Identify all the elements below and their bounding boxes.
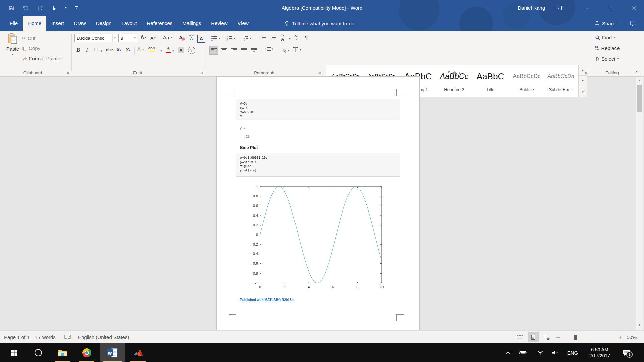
matlab-button[interactable]	[127, 343, 149, 362]
show-hidden-icons-button[interactable]	[503, 343, 513, 362]
tab-design[interactable]: Design	[91, 16, 117, 31]
comments-icon[interactable]	[630, 16, 637, 31]
change-case-icon[interactable]: Aa ▾	[163, 35, 172, 40]
underline-icon[interactable]: U	[94, 47, 98, 53]
distribute-button[interactable]: ↔	[250, 46, 259, 55]
tab-references[interactable]: References	[142, 16, 177, 31]
wifi-icon[interactable]	[534, 343, 546, 362]
read-mode-icon[interactable]	[514, 332, 526, 342]
collapse-ribbon-icon[interactable]	[635, 70, 640, 73]
tell-me-box[interactable]: Tell me what you want to do	[284, 16, 354, 31]
file-explorer-button[interactable]	[52, 343, 73, 362]
find-button[interactable]: Find ▾	[595, 35, 615, 40]
tab-file[interactable]: File	[5, 16, 23, 31]
volume-icon[interactable]	[549, 343, 561, 362]
scrollbar-thumb[interactable]	[637, 85, 642, 112]
align-center-button[interactable]	[219, 46, 228, 55]
account-name[interactable]: Daniel Kang	[518, 0, 545, 16]
shading-icon[interactable]: ▾	[281, 47, 289, 53]
close-button[interactable]	[626, 0, 641, 16]
subscript-icon[interactable]: X2	[117, 47, 121, 52]
start-button[interactable]	[3, 343, 25, 362]
tab-view[interactable]: View	[232, 16, 253, 31]
numbering-icon[interactable]: ▾	[227, 35, 235, 41]
zoom-slider-thumb[interactable]	[574, 335, 577, 340]
vertical-scrollbar[interactable]: ▲ ▼	[636, 77, 643, 335]
language-indicator[interactable]: English (United States)	[78, 331, 129, 343]
clear-formatting-icon[interactable]: A	[179, 35, 185, 40]
tab-review[interactable]: Review	[206, 16, 232, 31]
text-effects-icon[interactable]: A ▾	[137, 47, 144, 53]
enclose-characters-icon[interactable]: 字	[188, 47, 195, 54]
align-right-button[interactable]	[229, 46, 238, 55]
italic-icon[interactable]: I	[86, 47, 88, 53]
font-size-combobox[interactable]: 8 ▾	[118, 34, 137, 42]
action-center-button[interactable]: 1	[619, 343, 634, 362]
sort-icon[interactable]: A↓Z	[294, 34, 299, 41]
increase-indent-icon[interactable]: →	[268, 36, 276, 39]
align-left-button[interactable]	[209, 46, 218, 55]
matlab-footer-link[interactable]: Published with MATLAB® R2016b	[240, 298, 294, 302]
cortana-button[interactable]	[28, 343, 49, 362]
word-count[interactable]: 17 words	[35, 331, 56, 343]
highlight-dropdown-icon[interactable]: ▾	[160, 50, 162, 53]
font-color-icon[interactable]: A	[166, 46, 171, 53]
character-shading-icon[interactable]: A	[178, 47, 184, 53]
clipboard-dialog-launcher-icon[interactable]	[66, 71, 70, 75]
highlight-color-icon[interactable]: ab✎	[148, 46, 156, 52]
zoom-slider-track[interactable]	[564, 337, 617, 337]
underline-dropdown-icon[interactable]: ▾	[101, 50, 102, 53]
battery-icon[interactable]	[517, 343, 530, 362]
strikethrough-icon[interactable]: abe	[106, 48, 113, 52]
borders-icon[interactable]: ▾	[292, 47, 301, 53]
tab-layout[interactable]: Layout	[116, 16, 142, 31]
restore-button[interactable]	[602, 0, 618, 16]
tab-home[interactable]: Home	[23, 16, 46, 31]
paragraph-dialog-launcher-icon[interactable]	[317, 71, 321, 75]
replace-button[interactable]: ab⤷ac Replace	[595, 45, 620, 51]
styles-dialog-launcher-icon[interactable]	[584, 71, 588, 75]
character-border-icon[interactable]: A	[197, 35, 205, 43]
font-color-dropdown-icon[interactable]: ▾	[172, 50, 174, 53]
copy-button[interactable]: Copy	[22, 45, 40, 51]
zoom-in-icon[interactable]: +	[618, 331, 622, 343]
font-size-dropdown-icon[interactable]: ▾	[132, 34, 137, 42]
scroll-up-icon[interactable]: ▲	[637, 78, 642, 83]
font-name-dropdown-icon[interactable]: ▾	[112, 34, 117, 42]
bullets-icon[interactable]: ▾	[211, 35, 220, 41]
style-subtitle[interactable]: AaBbCcDcSubtitle	[509, 68, 544, 92]
zoom-level[interactable]: 50%	[627, 331, 637, 343]
web-layout-icon[interactable]	[541, 332, 552, 342]
font-name-combobox[interactable]: Lucida Consc ▾	[74, 34, 117, 42]
superscript-icon[interactable]: X2	[126, 47, 130, 52]
ribbon-display-options-icon[interactable]	[551, 0, 567, 16]
share-button[interactable]: Share	[594, 16, 615, 31]
style-subtle-emphasis[interactable]: AaBbCcDaSubtle Em...	[543, 68, 578, 92]
font-dialog-launcher-icon[interactable]	[200, 71, 204, 75]
document-page[interactable]: A=5; B=1; Y=A^2+B; Y Y = 26 Sine Plot x=…	[216, 76, 420, 330]
asian-layout-dropdown-icon[interactable]: ▾	[289, 37, 291, 40]
tab-insert[interactable]: Insert	[46, 16, 69, 31]
format-painter-button[interactable]: Format Painter	[22, 56, 62, 61]
select-button[interactable]: Select ▾	[595, 56, 619, 62]
bold-icon[interactable]: B	[76, 47, 80, 53]
styles-scroll-down-icon[interactable]: ▼	[579, 76, 587, 86]
clock[interactable]: 6:50 AM2/17/2017	[583, 343, 616, 362]
page-indicator[interactable]: Page 1 of 1	[4, 331, 30, 343]
input-language-button[interactable]: ENG	[564, 343, 581, 362]
tab-mailings[interactable]: Mailings	[177, 16, 206, 31]
multilevel-list-icon[interactable]: ▾	[242, 35, 251, 41]
style-title[interactable]: AaBbCTitle	[473, 68, 508, 92]
print-layout-icon[interactable]	[528, 332, 539, 342]
minimize-button[interactable]	[579, 0, 594, 16]
decrease-indent-icon[interactable]: ←	[258, 36, 266, 39]
asian-layout-icon[interactable]: ⇆A	[281, 34, 284, 41]
cut-button[interactable]: ✂ Cut	[22, 35, 35, 41]
paste-button[interactable]: Paste ▾	[4, 33, 21, 66]
zoom-out-icon[interactable]: −	[556, 331, 560, 343]
justify-button[interactable]	[239, 46, 249, 55]
proofing-status-icon[interactable]	[64, 331, 71, 343]
show-hide-pilcrow-icon[interactable]: ¶	[305, 35, 308, 41]
chrome-button[interactable]	[76, 343, 97, 362]
styles-more-icon[interactable]: ▼	[579, 86, 587, 97]
